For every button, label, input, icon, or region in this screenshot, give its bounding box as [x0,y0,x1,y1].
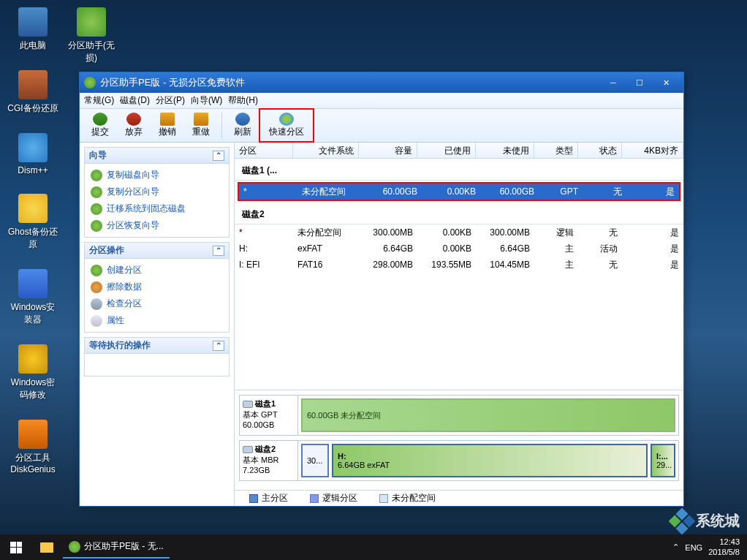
desktop-icon[interactable]: 此电脑 [7,7,58,52]
menu-item[interactable]: 帮助(H) [228,94,258,107]
wizard-link[interactable]: 复制磁盘向导 [86,167,227,183]
titlebar[interactable]: 分区助手PE版 - 无损分区免费软件 ─ ☐ ✕ [80,72,683,93]
column-header[interactable]: 状态 [578,143,622,158]
tray-up-icon[interactable]: ⌃ [672,542,679,552]
maximize-button[interactable]: ☐ [626,75,653,91]
grid-header: 分区文件系统容量已使用未使用类型状态4KB对齐 [235,143,683,159]
op-link[interactable]: 检查分区 [86,295,227,312]
disk-visual[interactable]: 磁盘1基本 GPT60.00GB60.00GB 未分配空间 [239,395,679,436]
app-window: 分区助手PE版 - 无损分区免费软件 ─ ☐ ✕ 常规(G)磁盘(D)分区(P)… [79,72,684,507]
file-explorer-icon[interactable] [32,537,61,559]
legend-unallocated: 未分配空间 [392,492,436,504]
toolbar-刷新[interactable]: 刷新 [227,111,259,140]
wizard-title: 向导 [89,149,107,162]
column-header[interactable]: 未使用 [476,143,534,158]
collapse-icon[interactable]: ⌃ [213,246,224,256]
ops-title: 分区操作 [89,244,124,257]
partition-block[interactable]: I:...29... [651,444,675,477]
collapse-icon[interactable]: ⌃ [213,341,224,351]
menu-item[interactable]: 磁盘(D) [120,94,150,107]
disk-label: 磁盘1 (... [235,159,683,181]
partition-row[interactable]: I: EFIFAT16298.00MB193.55MB104.45MB主无是 [235,257,683,273]
disk-visual[interactable]: 磁盘2基本 MBR7.23GB30...H:6.64GB exFATI:...2… [239,440,679,481]
desktop-icon[interactable]: Windows安装器 [7,269,58,326]
ops-panel: 分区操作⌃ 创建分区擦除数据检查分区属性 [84,242,230,333]
toolbar: 提交放弃撤销重做刷新快速分区 [80,109,683,143]
window-title: 分区助手PE版 - 无损分区免费软件 [100,76,245,89]
app-icon [84,77,96,88]
desktop-icon[interactable]: Windows密码修改 [7,344,58,401]
wizard-panel: 向导⌃ 复制磁盘向导复制分区向导迁移系统到固态磁盘分区恢复向导 [84,147,230,238]
wizard-link[interactable]: 迁移系统到固态磁盘 [86,200,227,217]
menu-item[interactable]: 分区(P) [156,94,185,107]
watermark: 系统城 [672,511,740,531]
menu-item[interactable]: 向导(W) [191,94,222,107]
toolbar-放弃[interactable]: 放弃 [118,111,150,140]
language-indicator[interactable]: ENG [685,543,702,552]
op-link[interactable]: 擦除数据 [86,279,227,295]
legend-logical: 逻辑分区 [322,492,357,504]
op-link[interactable]: 属性 [86,312,227,329]
clock-date[interactable]: 2018/5/8 [708,548,740,557]
partition-row[interactable]: *未分配空间60.00GB0.00KB60.00GBGPT无是 [239,183,679,200]
op-link[interactable]: 创建分区 [86,262,227,279]
menubar: 常规(G)磁盘(D)分区(P)向导(W)帮助(H) [80,93,683,109]
disk-label: 磁盘2 [235,203,683,224]
partition-list: 磁盘1 (...*未分配空间60.00GB0.00KB60.00GBGPT无是磁… [235,159,683,390]
column-header[interactable]: 4KB对齐 [622,143,683,158]
toolbar-撤销[interactable]: 撤销 [151,111,183,140]
desktop-icon[interactable]: CGI备份还原 [7,70,58,115]
toolbar-快速分区[interactable]: 快速分区 [259,108,314,143]
column-header[interactable]: 文件系统 [293,143,359,158]
collapse-icon[interactable]: ⌃ [213,151,224,161]
legend-primary: 主分区 [262,492,288,504]
wizard-link[interactable]: 复制分区向导 [86,183,227,200]
partition-block[interactable]: 30... [301,444,329,477]
desktop-icon[interactable]: Dism++ [7,133,58,175]
pending-panel: 等待执行的操作⌃ [84,337,230,377]
desktop-icon[interactable]: 分区工具DiskGenius [7,420,58,474]
desktop-icon[interactable]: Ghost备份还原 [7,194,58,251]
partition-row[interactable]: *未分配空间300.00MB0.00KB300.00MB逻辑无是 [235,224,683,241]
partition-block[interactable]: H:6.64GB exFAT [332,444,648,477]
disk-visual-area: 磁盘1基本 GPT60.00GB60.00GB 未分配空间磁盘2基本 MBR7.… [235,390,683,490]
sidebar: 向导⌃ 复制磁盘向导复制分区向导迁移系统到固态磁盘分区恢复向导 分区操作⌃ 创建… [80,143,234,506]
toolbar-重做[interactable]: 重做 [185,111,217,140]
legend: 主分区 逻辑分区 未分配空间 [235,490,683,506]
clock-time[interactable]: 12:43 [708,537,740,547]
minimize-button[interactable]: ─ [600,75,626,91]
desktop-icon[interactable]: 分区助手(无损) [66,7,117,64]
taskbar[interactable]: 分区助手PE版 - 无... ⌃ ENG 12:43 2018/5/8 [0,534,747,560]
column-header[interactable]: 分区 [235,143,293,158]
column-header[interactable]: 容量 [359,143,417,158]
partition-block[interactable]: 60.00GB 未分配空间 [301,398,675,432]
wizard-link[interactable]: 分区恢复向导 [86,217,227,234]
menu-item[interactable]: 常规(G) [84,94,114,107]
taskbar-app[interactable]: 分区助手PE版 - 无... [63,537,170,559]
column-header[interactable]: 已使用 [417,143,476,158]
main-area: 分区文件系统容量已使用未使用类型状态4KB对齐 磁盘1 (...*未分配空间60… [234,143,683,506]
close-button[interactable]: ✕ [653,75,679,91]
system-tray[interactable]: ⌃ ENG 12:43 2018/5/8 [665,537,747,556]
start-button[interactable] [0,534,32,560]
column-header[interactable]: 类型 [534,143,578,158]
pending-title: 等待执行的操作 [89,339,151,352]
toolbar-提交[interactable]: 提交 [84,111,116,140]
partition-row[interactable]: H:exFAT6.64GB0.00KB6.64GB主活动是 [235,241,683,257]
